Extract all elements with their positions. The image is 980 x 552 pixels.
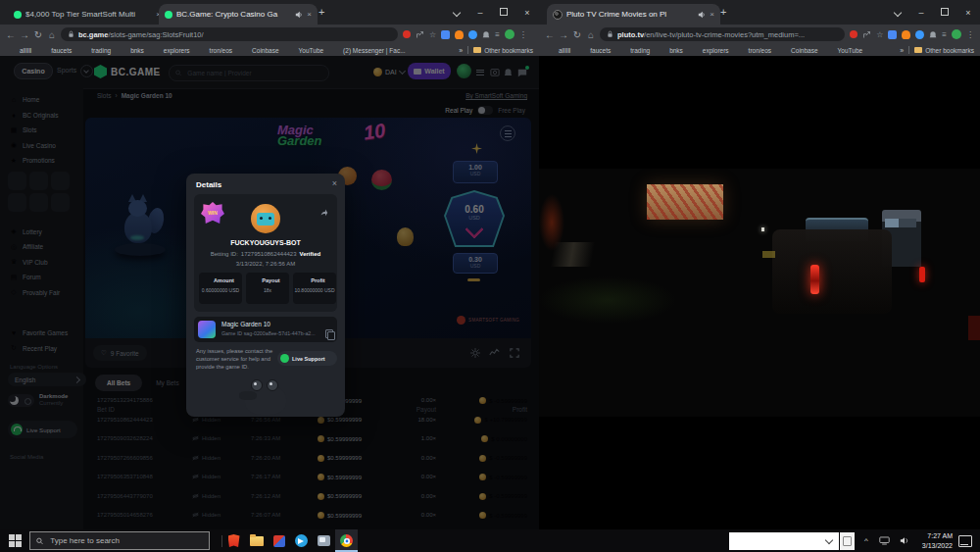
taskbar-search-input[interactable]	[48, 535, 203, 546]
browser-menu-icon[interactable]: ⋮	[966, 30, 974, 39]
home-icon[interactable]: ⌂	[45, 29, 59, 40]
metamask-icon[interactable]	[455, 30, 464, 39]
bookmark-icon	[332, 47, 340, 53]
modal-close-icon[interactable]: ×	[332, 178, 337, 188]
close-button[interactable]: ×	[956, 8, 980, 18]
bookmark-icon	[619, 47, 627, 53]
extension-circle-icon[interactable]	[915, 30, 924, 39]
bookmark-item[interactable]: trading	[619, 47, 650, 54]
new-tab-button[interactable]: +	[318, 6, 324, 18]
game-id: Game ID sag-0200a8ee-57d1-447b-a2...	[221, 330, 323, 336]
right-browser-window: Pluto TV Crime Movies on Pl × + – × ← → …	[539, 0, 980, 529]
minimize-button[interactable]: –	[909, 8, 933, 18]
profile-avatar[interactable]	[505, 29, 514, 39]
modal-live-support-button[interactable]: Live Support	[277, 351, 337, 366]
divider	[908, 46, 909, 54]
extension-circle-icon[interactable]	[468, 30, 477, 39]
bookmark-item[interactable]: tron/eos	[199, 47, 233, 54]
taskbar-app-chrome[interactable]	[335, 529, 358, 552]
bookmark-item[interactable]: explorers	[153, 47, 190, 54]
reload-icon[interactable]: ↻	[31, 29, 45, 40]
bookmark-item[interactable]: YouTube	[288, 47, 324, 54]
tab-close-icon[interactable]: ×	[710, 10, 714, 19]
list-extension-icon[interactable]: ≡	[942, 30, 946, 39]
profile-avatar[interactable]	[952, 29, 961, 39]
maximize-button[interactable]	[492, 8, 515, 18]
bookmarks-overflow-icon[interactable]: »	[900, 47, 904, 54]
bookmark-star-icon[interactable]: ☆	[876, 30, 883, 39]
password-manager-icon[interactable]	[850, 30, 858, 38]
taskbar-app-telegram[interactable]	[290, 529, 313, 552]
back-icon[interactable]: ←	[543, 29, 557, 40]
other-bookmarks[interactable]: Other bookmarks	[914, 47, 974, 54]
tab-close-icon[interactable]: ×	[307, 10, 312, 19]
share-icon[interactable]	[416, 30, 424, 39]
bookmarks-overflow-icon[interactable]: »	[459, 47, 463, 54]
bookmark-item[interactable]: Coinbase	[780, 47, 817, 54]
tray-search-box[interactable]	[729, 532, 839, 550]
bookmark-item[interactable]: Coinbase	[241, 47, 278, 54]
bookmark-star-icon[interactable]: ☆	[429, 30, 436, 39]
list-extension-icon[interactable]: ≡	[495, 30, 499, 39]
browser-tab-smartsoft[interactable]: $4,000 Top Tier SmartSoft Multi ×	[8, 4, 167, 25]
other-bookmarks[interactable]: Other bookmarks	[473, 47, 533, 54]
bookmark-item[interactable]: tron/eos	[738, 47, 772, 54]
share-bet-icon[interactable]	[319, 208, 328, 217]
bookmark-item[interactable]: YouTube	[827, 47, 863, 54]
bell-icon[interactable]	[482, 30, 490, 39]
share-icon[interactable]	[862, 30, 871, 39]
forward-icon[interactable]: →	[18, 29, 31, 40]
metamask-icon[interactable]	[902, 30, 910, 39]
address-bar[interactable]: pluto.tv/en/live-tv/pluto-tv-crime-movie…	[600, 27, 845, 41]
tab-search-icon[interactable]	[886, 8, 909, 18]
start-button[interactable]	[9, 534, 22, 547]
extension-icon[interactable]	[888, 30, 897, 39]
taskbar-app-paint[interactable]	[268, 529, 290, 552]
tab-audio-icon[interactable]	[698, 11, 706, 19]
modal-game-card[interactable]: Magic Garden 10 Game ID sag-0200a8ee-57d…	[194, 317, 337, 342]
browser-tab-bcgame[interactable]: BC.Game: Crypto Casino Ga ×	[159, 4, 318, 25]
forward-icon[interactable]: →	[557, 29, 570, 40]
password-manager-icon[interactable]	[403, 30, 411, 38]
tab-search-icon[interactable]	[445, 8, 468, 18]
copy-icon[interactable]	[325, 329, 333, 338]
bookmark-item[interactable]: bnks	[120, 47, 144, 54]
bookmark-label: bnks	[669, 47, 683, 54]
home-icon[interactable]: ⌂	[584, 29, 598, 40]
minimize-button[interactable]: –	[468, 8, 492, 18]
action-center-icon[interactable]	[958, 535, 972, 547]
bookmark-item[interactable]: faucets	[579, 47, 611, 54]
tray-box-button[interactable]	[840, 532, 855, 550]
new-tab-button[interactable]: +	[720, 6, 726, 18]
extension-icon[interactable]	[441, 30, 450, 39]
video-player[interactable]	[539, 169, 980, 417]
bookmark-item[interactable]: trading	[80, 47, 111, 54]
bookmark-item[interactable]: faucets	[40, 47, 72, 54]
tab-audio-icon[interactable]	[295, 11, 303, 19]
bookmark-item[interactable]: allllll	[548, 47, 570, 54]
bookmark-item[interactable]: bnks	[659, 47, 683, 54]
player-avatar[interactable]	[251, 204, 280, 233]
taskbar-clock[interactable]: 7:27 AM 3/13/2022	[922, 531, 953, 549]
network-icon[interactable]	[879, 536, 890, 545]
taskbar-app-brave[interactable]	[222, 529, 245, 552]
bell-icon[interactable]	[929, 30, 937, 39]
bookmark-item[interactable]: explorers	[692, 47, 729, 54]
browser-tab-pluto[interactable]: Pluto TV Crime Movies on Pl ×	[547, 4, 720, 25]
maximize-button[interactable]	[933, 8, 956, 18]
reload-icon[interactable]: ↻	[570, 29, 584, 40]
bookmark-item[interactable]: (2) Messenger | Fac...	[332, 47, 405, 54]
tab-strip: $4,000 Top Tier SmartSoft Multi × BC.Gam…	[0, 0, 539, 25]
bookmark-icon	[288, 47, 296, 53]
address-bar[interactable]: bc.game/slots-game/sag:SlotsFruit10/	[61, 27, 398, 41]
browser-menu-icon[interactable]: ⋮	[519, 30, 527, 39]
taskbar-app-sniptool[interactable]	[313, 529, 335, 552]
hidden-icons-chevron[interactable]: ^	[864, 536, 868, 545]
close-button[interactable]: ×	[515, 8, 539, 18]
taskbar-search[interactable]	[29, 531, 210, 550]
bookmark-label: (2) Messenger | Fac...	[343, 47, 405, 54]
bookmark-item[interactable]: allllll	[9, 47, 31, 54]
volume-icon[interactable]	[900, 536, 909, 545]
taskbar-app-explorer[interactable]	[245, 529, 268, 552]
back-icon[interactable]: ←	[4, 29, 18, 40]
